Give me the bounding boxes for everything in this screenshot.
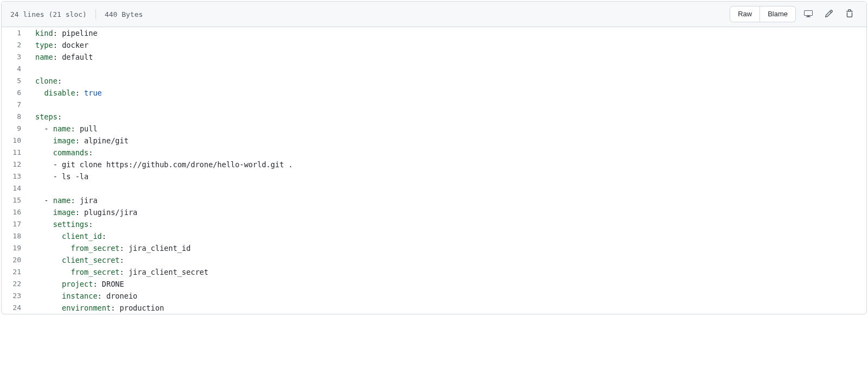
line-number[interactable]: 1	[2, 27, 29, 39]
code-line: 6 disable: true	[2, 87, 866, 99]
line-content[interactable]: client_secret:	[29, 254, 866, 266]
code-line: 11 commands:	[2, 147, 866, 159]
line-number[interactable]: 20	[2, 254, 29, 266]
line-number[interactable]: 10	[2, 135, 29, 147]
pencil-icon	[825, 9, 833, 20]
code-area[interactable]: 1kind: pipeline2type: docker3name: defau…	[2, 27, 866, 314]
code-line: 21 from_secret: jira_client_secret	[2, 266, 866, 278]
code-line: 12 - git clone https://github.com/drone/…	[2, 159, 866, 170]
code-line: 10 image: alpine/git	[2, 135, 866, 147]
line-number[interactable]: 19	[2, 242, 29, 254]
code-line: 18 client_id:	[2, 230, 866, 242]
line-content[interactable]: settings:	[29, 218, 866, 230]
code-line: 17 settings:	[2, 218, 866, 230]
display-source-button[interactable]	[800, 6, 816, 22]
code-line: 4	[2, 63, 866, 75]
line-number[interactable]: 18	[2, 230, 29, 242]
line-content[interactable]: - name: pull	[29, 123, 866, 135]
file-header: 24 lines (21 sloc) 440 Bytes Raw Blame	[2, 2, 866, 27]
line-number[interactable]: 2	[2, 39, 29, 51]
line-number[interactable]: 3	[2, 51, 29, 63]
line-content[interactable]: - ls -la	[29, 170, 866, 182]
code-line: 22 project: DRONE	[2, 278, 866, 290]
trash-icon	[845, 9, 854, 20]
file-info: 24 lines (21 sloc) 440 Bytes	[10, 9, 143, 19]
line-number[interactable]: 9	[2, 123, 29, 135]
line-number[interactable]: 12	[2, 159, 29, 170]
line-content[interactable]: commands:	[29, 147, 866, 159]
line-content[interactable]: name: default	[29, 51, 866, 63]
line-number[interactable]: 13	[2, 170, 29, 182]
line-number[interactable]: 6	[2, 87, 29, 99]
line-content[interactable]: type: docker	[29, 39, 866, 51]
line-number[interactable]: 23	[2, 290, 29, 302]
raw-button[interactable]: Raw	[730, 6, 760, 22]
file-actions: Raw Blame	[730, 6, 858, 22]
code-line: 5clone:	[2, 75, 866, 87]
device-desktop-icon	[804, 9, 813, 20]
info-divider	[95, 9, 96, 19]
line-content[interactable]: image: plugins/jira	[29, 206, 866, 218]
code-line: 9 - name: pull	[2, 123, 866, 135]
line-number[interactable]: 15	[2, 194, 29, 206]
code-line: 23 instance: droneio	[2, 290, 866, 302]
line-content[interactable]: from_secret: jira_client_id	[29, 242, 866, 254]
line-content[interactable]: clone:	[29, 75, 866, 87]
code-line: 14	[2, 182, 866, 194]
line-number[interactable]: 11	[2, 147, 29, 159]
code-line: 24 environment: production	[2, 302, 866, 314]
line-content[interactable]: environment: production	[29, 302, 866, 314]
code-line: 13 - ls -la	[2, 170, 866, 182]
edit-file-button[interactable]	[821, 6, 837, 22]
line-number[interactable]: 5	[2, 75, 29, 87]
line-number[interactable]: 16	[2, 206, 29, 218]
line-content[interactable]: instance: droneio	[29, 290, 866, 302]
line-content[interactable]: kind: pipeline	[29, 27, 866, 39]
line-number[interactable]: 7	[2, 99, 29, 111]
line-number[interactable]: 14	[2, 182, 29, 194]
code-line: 1kind: pipeline	[2, 27, 866, 39]
line-content[interactable]: image: alpine/git	[29, 135, 866, 147]
line-content[interactable]: disable: true	[29, 87, 866, 99]
delete-file-button[interactable]	[841, 6, 858, 22]
code-line: 15 - name: jira	[2, 194, 866, 206]
code-line: 19 from_secret: jira_client_id	[2, 242, 866, 254]
line-content[interactable]	[29, 182, 866, 194]
code-line: 8steps:	[2, 111, 866, 123]
code-line: 2type: docker	[2, 39, 866, 51]
file-lines-info: 24 lines (21 sloc)	[10, 10, 87, 18]
file-box: 24 lines (21 sloc) 440 Bytes Raw Blame	[1, 1, 867, 314]
line-number[interactable]: 22	[2, 278, 29, 290]
line-content[interactable]: - git clone https://github.com/drone/hel…	[29, 159, 866, 170]
line-number[interactable]: 4	[2, 63, 29, 75]
line-content[interactable]	[29, 63, 866, 75]
line-content[interactable]: from_secret: jira_client_secret	[29, 266, 866, 278]
line-content[interactable]: steps:	[29, 111, 866, 123]
code-line: 3name: default	[2, 51, 866, 63]
line-number[interactable]: 17	[2, 218, 29, 230]
line-content[interactable]: client_id:	[29, 230, 866, 242]
raw-blame-group: Raw Blame	[730, 6, 796, 22]
line-content[interactable]: - name: jira	[29, 194, 866, 206]
line-content[interactable]: project: DRONE	[29, 278, 866, 290]
code-line: 20 client_secret:	[2, 254, 866, 266]
file-size-info: 440 Bytes	[105, 10, 143, 18]
code-line: 7	[2, 99, 866, 111]
code-table: 1kind: pipeline2type: docker3name: defau…	[2, 27, 866, 314]
line-number[interactable]: 24	[2, 302, 29, 314]
line-content[interactable]	[29, 99, 866, 111]
code-line: 16 image: plugins/jira	[2, 206, 866, 218]
line-number[interactable]: 8	[2, 111, 29, 123]
line-number[interactable]: 21	[2, 266, 29, 278]
blame-button[interactable]: Blame	[760, 6, 796, 22]
